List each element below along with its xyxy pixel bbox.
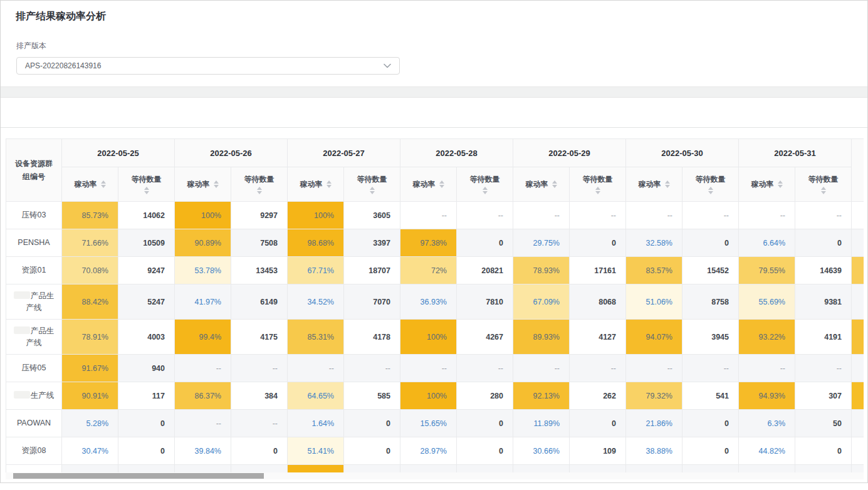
utilization-table: 设备资源群组编号2022-05-252022-05-262022-05-2720… [6, 138, 864, 472]
wait-cell [457, 465, 513, 473]
clipped-next-rate-cell [852, 437, 864, 465]
wait-column-label: 等待数量 [244, 174, 275, 185]
redaction-box [14, 391, 30, 399]
rate-column-header[interactable]: 稼动率 [739, 167, 795, 202]
rate-column-header[interactable]: 稼动率 [513, 167, 570, 202]
sort-caret-icon [821, 187, 826, 194]
row-label-text: 产品生产线 [26, 326, 55, 347]
rate-cell: 98.68% [288, 229, 344, 257]
rate-cell: -- [626, 355, 682, 382]
sort-caret-icon [552, 180, 557, 188]
wait-cell: 9381 [795, 284, 852, 320]
row-label: 压铸03 [6, 202, 62, 229]
clipped-next-rate-cell [852, 355, 864, 382]
table-row: 压铸0591.67%940------------------------ [6, 355, 864, 382]
sort-caret-icon [439, 180, 444, 188]
wait-column-header[interactable]: 等待数量 [231, 167, 288, 202]
wait-column-header[interactable]: 等待数量 [457, 167, 513, 202]
rate-cell: 71.66% [62, 229, 118, 257]
wait-cell: 0 [795, 229, 852, 257]
wait-cell: 0 [118, 437, 175, 465]
wait-column-header[interactable]: 等待数量 [118, 167, 175, 202]
wait-column-header[interactable]: 等待数量 [344, 167, 400, 202]
wait-cell [231, 465, 288, 473]
caret-down-icon [778, 185, 783, 188]
wait-cell: -- [231, 355, 288, 382]
rate-cell: 94.07% [626, 320, 682, 355]
wait-cell: -- [682, 202, 739, 229]
row-label-text: PAOWAN [17, 419, 51, 427]
wait-column-header[interactable]: 等待数量 [795, 167, 852, 202]
wait-cell: -- [682, 355, 739, 382]
wait-cell: 262 [570, 382, 626, 410]
rate-cell: -- [739, 202, 795, 229]
clipped-next-rate-cell [852, 202, 864, 229]
rate-column-header[interactable]: 稼动率 [288, 167, 344, 202]
rate-cell: 36.93% [400, 284, 457, 320]
rate-cell: 99.4% [175, 320, 231, 355]
row-label-text: 产品生产线 [26, 291, 55, 312]
wait-column-label: 等待数量 [357, 174, 387, 185]
horizontal-scrollbar[interactable] [6, 472, 864, 479]
wait-cell: 280 [457, 382, 513, 410]
date-header-2022-05-30: 2022-05-30 [626, 139, 739, 167]
wait-cell: 50 [795, 410, 852, 437]
horizontal-scrollbar-thumb[interactable] [13, 473, 264, 479]
wait-cell: 9247 [118, 257, 175, 284]
table-row: PAOWAN5.28%0----1.64%015.65%011.89%021.8… [6, 410, 864, 437]
rate-cell [400, 465, 457, 473]
wait-cell: 0 [682, 229, 739, 257]
rate-cell [175, 465, 231, 473]
wait-cell: 7508 [231, 229, 288, 257]
wait-cell: 0 [570, 229, 626, 257]
sort-caret-icon [665, 180, 670, 188]
table-row: 压铸0385.73%14062100%9297100%3605---------… [6, 202, 864, 229]
rate-cell [288, 465, 344, 473]
rate-cell: 70.08% [62, 257, 118, 284]
rate-cell: 86.37% [175, 382, 231, 410]
sort-caret-icon [370, 187, 375, 194]
wait-column-label: 等待数量 [470, 174, 500, 185]
rate-cell: 72% [400, 257, 457, 284]
rate-column-header[interactable]: 稼动率 [626, 167, 682, 202]
wait-column-header[interactable]: 等待数量 [682, 167, 739, 202]
rate-cell: 30.47% [62, 437, 118, 465]
wait-cell: 0 [344, 410, 400, 437]
table-row: 生产线90.91%11786.37%38464.65%585100%28092.… [6, 382, 864, 410]
sort-caret-icon [483, 187, 488, 194]
clipped-next-rate-cell [852, 465, 864, 473]
wait-cell: 14062 [118, 202, 175, 229]
caret-down-icon [552, 185, 557, 188]
wait-cell: -- [344, 355, 400, 382]
rate-cell: 51.06% [626, 284, 682, 320]
wait-column-label: 等待数量 [583, 174, 613, 185]
wait-cell: 4003 [118, 320, 175, 355]
wait-cell: 0 [682, 410, 739, 437]
version-select-value: APS-20220826143916 [25, 61, 101, 70]
rate-cell: 94.93% [739, 382, 795, 410]
caret-up-icon [214, 180, 219, 184]
rate-cell: 92.13% [513, 382, 570, 410]
rate-cell: 34.52% [288, 284, 344, 320]
wait-cell [344, 465, 400, 473]
date-header-2022-05-27: 2022-05-27 [288, 139, 400, 167]
caret-down-icon [665, 185, 670, 188]
sort-caret-icon [214, 180, 219, 188]
rate-cell: 100% [400, 320, 457, 355]
rate-column-header[interactable]: 稼动率 [62, 167, 118, 202]
wait-cell: 15452 [682, 257, 739, 284]
wait-column-header[interactable]: 等待数量 [570, 167, 626, 202]
version-select[interactable]: APS-20220826143916 [16, 57, 400, 75]
wait-column-header-inner: 等待数量 [231, 174, 287, 194]
rate-column-label: 稼动率 [751, 179, 774, 190]
rate-cell: 53.78% [175, 257, 231, 284]
wait-cell: 0 [118, 410, 175, 437]
rate-cell [62, 465, 118, 473]
wait-cell: 0 [457, 410, 513, 437]
rate-column-header[interactable]: 稼动率 [175, 167, 231, 202]
rate-column-header[interactable]: 稼动率 [400, 167, 457, 202]
wait-column-header-inner: 等待数量 [682, 174, 738, 194]
sort-caret-icon [778, 180, 783, 188]
wait-column-header-inner: 等待数量 [570, 174, 625, 194]
caret-down-icon [327, 185, 332, 188]
